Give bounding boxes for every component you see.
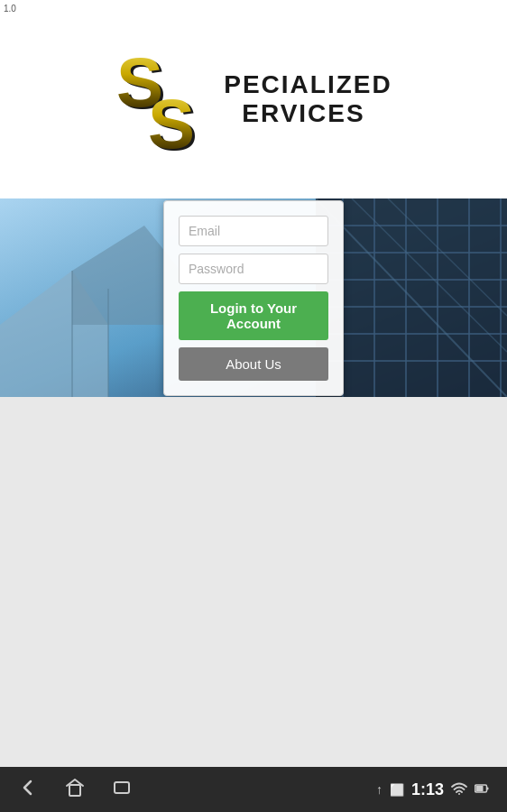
logo-specialized-text: PECIALIZED	[224, 70, 392, 99]
battery-icon	[475, 783, 489, 796]
recents-button[interactable]	[112, 778, 132, 802]
login-button[interactable]: Login to Your Account	[179, 291, 328, 340]
time-display: 1:13	[411, 780, 444, 799]
logo-container: S S S S	[115, 43, 392, 156]
svg-rect-30	[476, 786, 484, 791]
nav-right-status: ↑ ⬜ 1:13	[376, 780, 489, 799]
svg-rect-26	[115, 782, 129, 793]
back-button[interactable]	[18, 778, 38, 802]
services-label: ERVICES	[242, 99, 364, 128]
version-label: 1.0	[4, 4, 16, 14]
about-us-button[interactable]: About Us	[179, 347, 328, 381]
email-input[interactable]	[179, 216, 328, 246]
upload-icon: ↑	[376, 782, 383, 797]
ss-logo-svg: S S S S	[115, 43, 218, 156]
password-input[interactable]	[179, 254, 328, 284]
image-icon: ⬜	[390, 783, 404, 797]
home-button[interactable]	[65, 778, 85, 802]
login-form: Login to Your Account About Us	[163, 200, 344, 396]
logo-text-group: PECIALIZED ERVICES	[224, 70, 392, 128]
wifi-icon	[451, 782, 467, 798]
svg-rect-29	[487, 788, 489, 790]
svg-rect-25	[69, 785, 80, 796]
banner-section: Login to Your Account About Us	[0, 198, 507, 397]
svg-text:S: S	[148, 84, 195, 156]
logo-services-text: ERVICES	[242, 99, 364, 128]
specialized-label: PECIALIZED	[224, 70, 392, 99]
svg-point-27	[458, 793, 460, 795]
navigation-bar: ↑ ⬜ 1:13	[0, 767, 507, 812]
header-section: S S S S	[0, 0, 507, 198]
nav-left-icons	[18, 778, 132, 802]
main-content-area	[0, 397, 507, 785]
